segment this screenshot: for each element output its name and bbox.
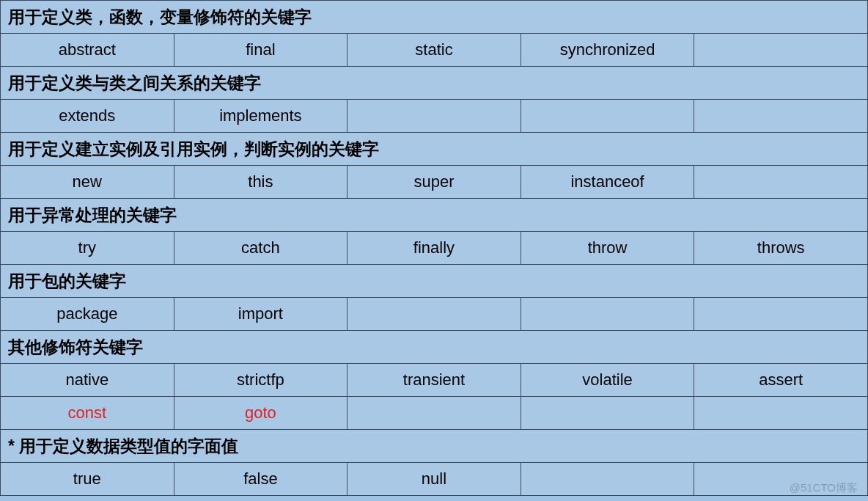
cell	[521, 298, 694, 331]
section-header: 用于定义类与类之间关系的关键字	[1, 67, 868, 100]
cell: synchronized	[521, 34, 694, 67]
cell: try	[1, 232, 174, 265]
section-header: * 用于定义数据类型值的字面值	[1, 430, 868, 463]
cell	[694, 34, 868, 67]
cell: static	[347, 34, 521, 67]
cell: finally	[347, 232, 521, 265]
cell: implements	[174, 100, 347, 133]
table-row: package import	[1, 298, 868, 331]
cell: null	[347, 463, 521, 496]
cell: throw	[521, 232, 694, 265]
cell: super	[347, 166, 521, 199]
table-row: extends implements	[1, 100, 868, 133]
cell	[347, 100, 521, 133]
section-header: 用于定义建立实例及引用实例，判断实例的关键字	[1, 133, 868, 166]
cell: volatile	[521, 364, 694, 397]
table-row: abstract final static synchronized	[1, 34, 868, 67]
cell: final	[174, 34, 347, 67]
cell: throws	[694, 232, 868, 265]
section-header: 用于异常处理的关键字	[1, 199, 868, 232]
cell: catch	[174, 232, 347, 265]
cell: native	[1, 364, 174, 397]
cell: abstract	[1, 34, 174, 67]
cell: transient	[347, 364, 521, 397]
cell: assert	[694, 364, 868, 397]
table-row: true false null	[1, 463, 868, 496]
cell: this	[174, 166, 347, 199]
cell	[347, 298, 521, 331]
table-row: native strictfp transient volatile asser…	[1, 364, 868, 397]
cell	[694, 100, 868, 133]
section-header: 用于包的关键字	[1, 265, 868, 298]
cell: import	[174, 298, 347, 331]
cell-reserved: const	[1, 397, 174, 430]
section-header: 用于定义类，函数，变量修饰符的关键字	[1, 1, 868, 34]
cell	[694, 397, 868, 430]
cell: extends	[1, 100, 174, 133]
cell: false	[174, 463, 347, 496]
keyword-table: 用于定义类，函数，变量修饰符的关键字 abstract final static…	[0, 0, 868, 496]
cell: true	[1, 463, 174, 496]
cell	[694, 298, 868, 331]
cell	[521, 397, 694, 430]
watermark: @51CTO博客	[790, 481, 858, 495]
cell	[694, 166, 868, 199]
cell	[347, 397, 521, 430]
table-row: const goto	[1, 397, 868, 430]
section-header: 其他修饰符关键字	[1, 331, 868, 364]
cell	[521, 100, 694, 133]
table-row: try catch finally throw throws	[1, 232, 868, 265]
cell	[521, 463, 694, 496]
cell: new	[1, 166, 174, 199]
table-row: new this super instanceof	[1, 166, 868, 199]
cell: instanceof	[521, 166, 694, 199]
cell: strictfp	[174, 364, 347, 397]
cell: package	[1, 298, 174, 331]
cell-reserved: goto	[174, 397, 347, 430]
